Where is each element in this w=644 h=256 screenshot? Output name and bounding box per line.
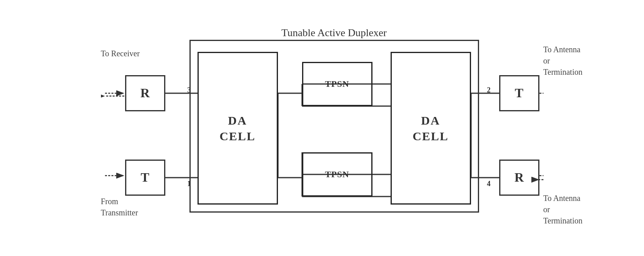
transmitter-box-left: T xyxy=(125,160,165,196)
r-left-label: R xyxy=(140,86,150,100)
transmitter-box-right-top: T xyxy=(499,75,539,111)
da-cell-right: DA CELL xyxy=(391,52,471,205)
port-3: 3 xyxy=(187,86,191,94)
tpsn-top-label: TPSN xyxy=(325,79,349,89)
label-to-receiver: To Receiver xyxy=(101,48,140,59)
receiver-box-left: R xyxy=(125,75,165,111)
tpsn-bottom-label: TPSN xyxy=(325,169,349,180)
label-antenna-top: To Antenna or Termination xyxy=(543,44,582,78)
t-left-label: T xyxy=(141,170,149,185)
port-4: 4 xyxy=(487,180,491,188)
port-1: 1 xyxy=(187,180,191,188)
tpsn-bottom: TPSN xyxy=(302,152,372,197)
da-cell-right-label: DA CELL xyxy=(413,113,449,144)
diagram-title: Tunable Active Duplexer xyxy=(189,27,479,39)
tpsn-top: TPSN xyxy=(302,62,372,106)
da-cell-left: DA CELL xyxy=(198,52,278,205)
receiver-box-right-bottom: R xyxy=(499,160,539,196)
r-right-label: R xyxy=(514,170,524,185)
da-cell-left-label: DA CELL xyxy=(220,113,256,144)
label-antenna-bottom: To Antenna or Termination xyxy=(543,193,582,226)
port-2: 2 xyxy=(487,86,491,94)
label-from-transmitter: From Transmitter xyxy=(101,196,138,218)
t-right-label: T xyxy=(515,86,523,100)
